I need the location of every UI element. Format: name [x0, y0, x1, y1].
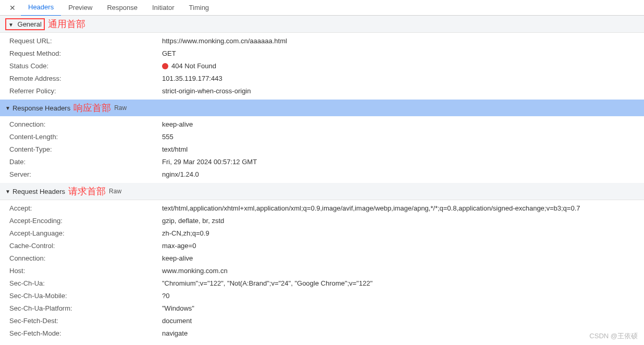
- header-value: ?0: [162, 291, 644, 301]
- header-name: Date:: [9, 157, 162, 167]
- header-value: GET: [162, 49, 644, 58]
- header-value: document: [162, 316, 644, 326]
- section-general-rows: Request URL:https://www.monking.com.cn/a…: [0, 33, 644, 100]
- header-row: Connection:keep-alive: [0, 252, 644, 265]
- raw-toggle-response[interactable]: Raw: [114, 104, 127, 112]
- header-value: gzip, deflate, br, zstd: [162, 216, 644, 226]
- header-value: Fri, 29 Mar 2024 00:57:12 GMT: [162, 157, 644, 167]
- header-name: Connection:: [9, 254, 162, 263]
- header-row: Referrer Policy:strict-origin-when-cross…: [0, 85, 644, 97]
- header-value: 101.35.119.177:443: [162, 74, 644, 83]
- tabs-bar: ✕ Headers Preview Response Initiator Tim…: [0, 0, 644, 16]
- header-value: 404 Not Found: [162, 61, 644, 71]
- watermark: CSDN @王依硕: [589, 331, 638, 341]
- header-name: Content-Length:: [9, 132, 162, 142]
- header-value: zh-CN,zh;q=0.9: [162, 229, 644, 238]
- raw-toggle-request[interactable]: Raw: [109, 188, 121, 195]
- header-value: "Chromium";v="122", "Not(A:Brand";v="24"…: [162, 279, 644, 288]
- close-icon[interactable]: ✕: [4, 4, 21, 12]
- header-name: Sec-Ch-Ua:: [9, 279, 162, 288]
- header-value: max-age=0: [162, 241, 644, 251]
- header-name: Sec-Fetch-Dest:: [9, 316, 162, 326]
- header-name: Sec-Ch-Ua-Mobile:: [9, 291, 162, 301]
- chevron-down-icon: ▼: [8, 22, 14, 28]
- chevron-down-icon: ▼: [5, 189, 10, 194]
- header-row: Server:nginx/1.24.0: [0, 168, 644, 181]
- section-request-header[interactable]: ▼ Request Headers 请求首部 Raw: [0, 183, 644, 200]
- section-title-request: Request Headers: [13, 188, 65, 195]
- header-name: Referrer Policy:: [9, 87, 162, 96]
- header-name: Sec-Ch-Ua-Platform:: [9, 304, 162, 313]
- header-value: nginx/1.24.0: [162, 170, 644, 179]
- section-request-rows: Accept:text/html,application/xhtml+xml,a…: [0, 200, 644, 342]
- header-name: Content-Type:: [9, 145, 162, 154]
- header-name: Remote Address:: [9, 74, 162, 83]
- header-row: Host:www.monking.com.cn: [0, 265, 644, 277]
- header-row: Request URL:https://www.monking.com.cn/a…: [0, 35, 644, 47]
- header-name: Accept-Language:: [9, 229, 162, 238]
- header-value: text/html: [162, 145, 644, 154]
- header-name: Request URL:: [9, 36, 162, 46]
- header-row: Sec-Fetch-Mode:navigate: [0, 327, 644, 340]
- section-title-general: General: [18, 20, 42, 28]
- section-response-header[interactable]: ▼ Response Headers 响应首部 Raw: [0, 100, 644, 116]
- header-name: Status Code:: [9, 61, 162, 71]
- header-name: Accept:: [9, 204, 162, 213]
- header-row: Content-Length:555: [0, 131, 644, 143]
- annotation-response: 响应首部: [73, 102, 111, 114]
- section-response-rows: Connection:keep-aliveContent-Length:555C…: [0, 116, 644, 183]
- header-name: Host:: [9, 266, 162, 276]
- header-row: Cache-Control:max-age=0: [0, 240, 644, 252]
- header-value: keep-alive: [162, 254, 644, 263]
- header-row: Sec-Ch-Ua-Mobile:?0: [0, 290, 644, 302]
- header-row: Remote Address:101.35.119.177:443: [0, 72, 644, 85]
- header-row: Accept:text/html,application/xhtml+xml,a…: [0, 202, 644, 215]
- header-row: Sec-Ch-Ua:"Chromium";v="122", "Not(A:Bra…: [0, 277, 644, 290]
- header-row: Request Method:GET: [0, 47, 644, 60]
- header-value: "Windows": [162, 304, 644, 313]
- header-name: Cache-Control:: [9, 241, 162, 251]
- header-value: 555: [162, 132, 644, 142]
- header-row: Sec-Ch-Ua-Platform:"Windows": [0, 302, 644, 315]
- tab-response[interactable]: Response: [100, 0, 145, 16]
- header-name: Connection:: [9, 120, 162, 129]
- header-row: Date:Fri, 29 Mar 2024 00:57:12 GMT: [0, 156, 644, 168]
- status-dot-icon: [162, 63, 168, 69]
- header-value: keep-alive: [162, 120, 644, 129]
- header-name: Server:: [9, 170, 162, 179]
- header-name: Sec-Fetch-Mode:: [9, 329, 162, 338]
- header-value: www.monking.com.cn: [162, 266, 644, 276]
- header-row: Content-Type:text/html: [0, 143, 644, 156]
- header-value: navigate: [162, 329, 644, 338]
- header-row: Connection:keep-alive: [0, 118, 644, 131]
- tab-timing[interactable]: Timing: [182, 0, 217, 16]
- header-value: text/html,application/xhtml+xml,applicat…: [162, 204, 644, 213]
- annotation-general: 通用首部: [48, 18, 85, 30]
- tab-headers[interactable]: Headers: [21, 0, 61, 16]
- header-row: Sec-Fetch-Dest:document: [0, 315, 644, 327]
- header-value: https://www.monking.com.cn/aaaaaa.html: [162, 36, 644, 46]
- header-value: strict-origin-when-cross-origin: [162, 87, 644, 96]
- header-name: Accept-Encoding:: [9, 216, 162, 226]
- annotation-request: 请求首部: [68, 185, 106, 198]
- tab-preview[interactable]: Preview: [61, 0, 100, 16]
- chevron-down-icon: ▼: [5, 105, 10, 111]
- header-row: Status Code:404 Not Found: [0, 60, 644, 72]
- header-row: Accept-Encoding:gzip, deflate, br, zstd: [0, 215, 644, 227]
- header-row: Accept-Language:zh-CN,zh;q=0.9: [0, 227, 644, 240]
- section-general-header[interactable]: ▼ General 通用首部: [0, 16, 644, 33]
- header-name: Request Method:: [9, 49, 162, 58]
- section-title-response: Response Headers: [13, 104, 70, 112]
- tab-initiator[interactable]: Initiator: [145, 0, 182, 16]
